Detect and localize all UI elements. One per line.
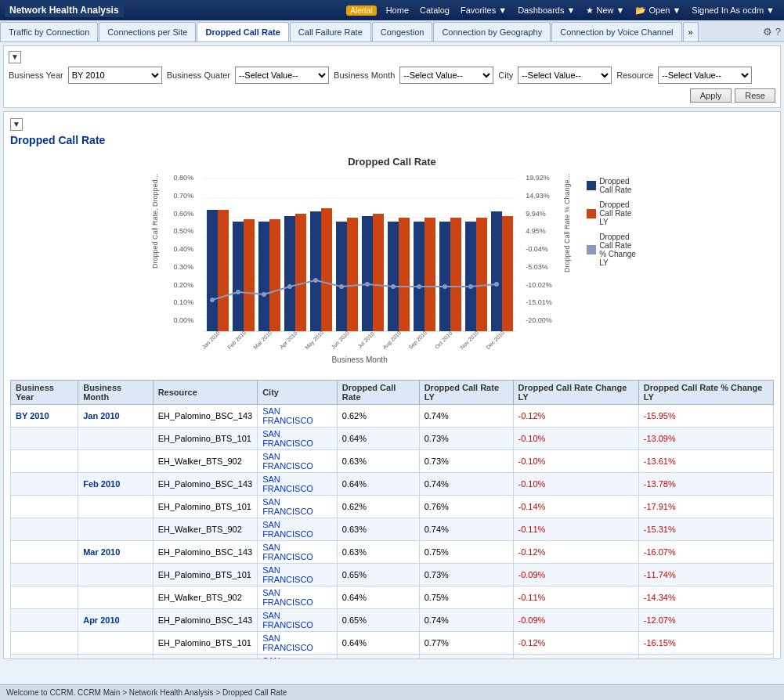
- x-axis-label: Business Month: [195, 355, 524, 364]
- resource-select[interactable]: --Select Value--: [658, 67, 752, 84]
- table-row: EH_Walker_BTS_902SAN FRANCISCO0.64%0.76%…: [11, 655, 774, 660]
- table-cell: SAN FRANCISCO: [258, 496, 338, 518]
- table-cell: -0.11%: [513, 518, 638, 541]
- tab-settings-icon[interactable]: ⚙: [763, 26, 772, 38]
- legend-item-blue: DroppedCall Rate: [587, 177, 636, 194]
- table-cell: 0.64%: [337, 428, 419, 450]
- svg-text:Mar 2010: Mar 2010: [252, 330, 273, 350]
- nav-signed-in[interactable]: Signed In As ocdm ▼: [687, 4, 779, 16]
- tab-call-failure-rate[interactable]: Call Failure Rate: [290, 22, 371, 41]
- chart-wrapper: Dropped Call Rate Dropped Call Rate, Dro…: [148, 156, 636, 364]
- svg-rect-11: [258, 222, 269, 331]
- svg-text:Dec 2010: Dec 2010: [485, 330, 505, 350]
- table-row: Apr 2010EH_Palomino_BSC_143SAN FRANCISCO…: [11, 609, 774, 632]
- table-cell: -14.34%: [638, 586, 773, 609]
- svg-rect-25: [321, 208, 332, 331]
- svg-text:Jun 2010: Jun 2010: [331, 330, 350, 350]
- table-cell: -12.07%: [638, 609, 773, 632]
- table-cell: -11.74%: [638, 564, 773, 586]
- svg-rect-10: [233, 222, 244, 331]
- apply-button[interactable]: Apply: [690, 88, 732, 103]
- business-month-select[interactable]: --Select Value--: [399, 67, 493, 84]
- svg-rect-9: [207, 210, 218, 331]
- city-select[interactable]: --Select Value--: [518, 67, 612, 84]
- table-cell: [11, 586, 78, 609]
- tab-traffic-by-connection[interactable]: Traffic by Connection: [0, 22, 98, 41]
- app-title: Network Health Analysis: [5, 3, 124, 17]
- svg-rect-32: [502, 216, 513, 331]
- y-axis-right-label: Dropped Call Rate % Change...: [560, 171, 574, 276]
- table-row: BY 2010Jan 2010EH_Palomino_BSC_143SAN FR…: [11, 405, 774, 428]
- nav-new[interactable]: ★ New ▼: [581, 4, 629, 17]
- nav-open[interactable]: 📂 Open ▼: [630, 4, 685, 17]
- table-cell: EH_Palomino_BSC_143: [153, 541, 257, 564]
- table-row: EH_Palomino_BTS_101SAN FRANCISCO0.65%0.7…: [11, 564, 774, 586]
- svg-rect-18: [439, 222, 450, 331]
- table-cell: EH_Walker_BTS_902: [153, 518, 257, 541]
- y-axis-right-ticks: 19.92% 14.93% 9.94% 4.95% -0.04% -5.03% …: [524, 171, 560, 327]
- table-cell: 0.74%: [419, 405, 513, 428]
- table-cell: SAN FRANCISCO: [258, 586, 338, 609]
- table-cell: -0.09%: [513, 609, 638, 632]
- table-row: Mar 2010EH_Palomino_BSC_143SAN FRANCISCO…: [11, 541, 774, 564]
- svg-rect-21: [218, 210, 229, 331]
- table-cell: -0.09%: [513, 564, 638, 586]
- table-cell: BY 2010: [11, 405, 78, 428]
- nav-home[interactable]: Home: [381, 4, 414, 16]
- tab-congestion[interactable]: Congestion: [372, 22, 433, 41]
- alert-badge[interactable]: Alertal: [346, 5, 376, 16]
- table-cell: [78, 655, 153, 660]
- svg-rect-28: [399, 218, 410, 331]
- svg-rect-12: [284, 216, 295, 331]
- legend-label-blue: DroppedCall Rate: [599, 177, 631, 194]
- legend-color-line: [587, 245, 596, 254]
- tab-help-icon[interactable]: ?: [775, 26, 781, 38]
- table-cell: 0.65%: [337, 564, 419, 586]
- table-cell: [78, 564, 153, 586]
- table-cell: SAN FRANCISCO: [258, 450, 338, 473]
- table-cell: EH_Palomino_BTS_101: [153, 632, 257, 655]
- table-cell: -0.12%: [513, 632, 638, 655]
- reset-button[interactable]: Rese: [735, 88, 775, 103]
- tab-connection-by-voice-channel[interactable]: Connection by Voice Channel: [551, 22, 681, 41]
- col-resource: Resource: [153, 381, 257, 405]
- svg-point-42: [443, 284, 447, 289]
- table-cell: Feb 2010: [78, 473, 153, 496]
- table-cell: 0.62%: [337, 496, 419, 518]
- tab-connection-by-geography[interactable]: Connection by Geography: [433, 22, 551, 41]
- table-cell: [11, 655, 78, 660]
- data-table: Business Year Business Month Resource Ci…: [10, 380, 774, 659]
- table-cell: [78, 586, 153, 609]
- nav-catalog[interactable]: Catalog: [415, 4, 454, 16]
- nav-favorites[interactable]: Favorites ▼: [456, 4, 511, 16]
- svg-point-43: [468, 284, 473, 289]
- table-cell: 0.73%: [419, 450, 513, 473]
- svg-rect-20: [491, 211, 502, 331]
- legend-label-orange: DroppedCall RateLY: [599, 200, 631, 226]
- svg-rect-30: [450, 218, 461, 331]
- filter-collapse-button[interactable]: ▼: [9, 51, 21, 63]
- tab-more-button[interactable]: »: [683, 22, 699, 41]
- status-text: Welcome to CCRM. CCRM Main > Network Hea…: [6, 688, 287, 697]
- business-quarter-select[interactable]: --Select Value--: [235, 67, 329, 84]
- table-cell: -13.09%: [638, 428, 773, 450]
- table-cell: EH_Palomino_BTS_101: [153, 564, 257, 586]
- svg-point-33: [210, 298, 215, 302]
- tab-dropped-call-rate[interactable]: Dropped Call Rate: [197, 22, 288, 41]
- business-year-select[interactable]: BY 2010: [68, 67, 162, 84]
- table-cell: Apr 2010: [78, 609, 153, 632]
- col-business-year: Business Year: [11, 381, 78, 405]
- svg-rect-22: [244, 219, 255, 331]
- svg-text:Apr 2010: Apr 2010: [279, 330, 299, 351]
- content-collapse-button[interactable]: ▼: [10, 118, 23, 131]
- table-cell: EH_Palomino_BSC_143: [153, 405, 257, 428]
- nav-dashboards[interactable]: Dashboards ▼: [513, 4, 580, 16]
- table-cell: SAN FRANCISCO: [258, 655, 338, 660]
- table-cell: SAN FRANCISCO: [258, 609, 338, 632]
- table-cell: -0.14%: [513, 496, 638, 518]
- table-cell: [78, 496, 153, 518]
- table-row: EH_Palomino_BTS_101SAN FRANCISCO0.64%0.7…: [11, 632, 774, 655]
- svg-text:Jan 2010: Jan 2010: [201, 330, 221, 350]
- tab-connections-per-site[interactable]: Connections per Site: [99, 22, 196, 41]
- table-row: EH_Walker_BTS_902SAN FRANCISCO0.64%0.75%…: [11, 586, 774, 609]
